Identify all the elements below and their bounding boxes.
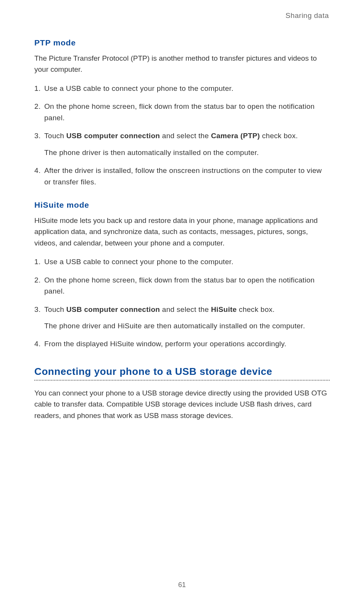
hisuite-heading: HiSuite mode <box>34 200 330 210</box>
page-number: 61 <box>0 581 364 589</box>
ptp-step-3: Touch USB computer connection and select… <box>34 130 330 158</box>
hisuite-step-3-text-c: and select the <box>160 305 211 313</box>
hisuite-step-4: From the displayed HiSuite window, perfo… <box>34 338 330 349</box>
ptp-step-3-text-e: check box. <box>260 132 298 140</box>
ptp-step-3-bold-1: USB computer connection <box>66 132 160 140</box>
chapter-title: Sharing data <box>34 11 330 20</box>
hisuite-step-2: On the phone home screen, flick down fro… <box>34 274 330 297</box>
hisuite-intro: HiSuite mode lets you back up and restor… <box>34 215 330 249</box>
usb-storage-body: You can connect your phone to a USB stor… <box>34 387 330 421</box>
hisuite-step-3-text-a: Touch <box>44 305 66 313</box>
hisuite-step-3-text-e: check box. <box>237 305 275 313</box>
dotted-divider <box>34 380 330 381</box>
page-content: Sharing data PTP mode The Picture Transf… <box>0 0 364 444</box>
ptp-intro: The Picture Transfer Protocol (PTP) is a… <box>34 53 330 75</box>
hisuite-step-1: Use a USB cable to connect your phone to… <box>34 256 330 267</box>
hisuite-step-3: Touch USB computer connection and select… <box>34 304 330 332</box>
hisuite-step-3-note: The phone driver and HiSuite are then au… <box>44 320 330 331</box>
ptp-step-4: After the driver is installed, follow th… <box>34 165 330 187</box>
hisuite-step-3-bold-2: HiSuite <box>211 305 237 313</box>
ptp-step-3-bold-2: Camera (PTP) <box>211 132 260 140</box>
ptp-step-3-text-a: Touch <box>44 132 66 140</box>
hisuite-step-3-bold-1: USB computer connection <box>66 305 160 313</box>
ptp-step-2: On the phone home screen, flick down fro… <box>34 101 330 123</box>
ptp-step-3-note: The phone driver is then automatically i… <box>44 147 330 158</box>
ptp-step-1: Use a USB cable to connect your phone to… <box>34 83 330 94</box>
hisuite-steps: Use a USB cable to connect your phone to… <box>34 256 330 350</box>
ptp-step-3-text-c: and select the <box>160 132 211 140</box>
ptp-steps: Use a USB cable to connect your phone to… <box>34 83 330 187</box>
usb-storage-heading: Connecting your phone to a USB storage d… <box>34 366 330 378</box>
ptp-heading: PTP mode <box>34 38 330 47</box>
